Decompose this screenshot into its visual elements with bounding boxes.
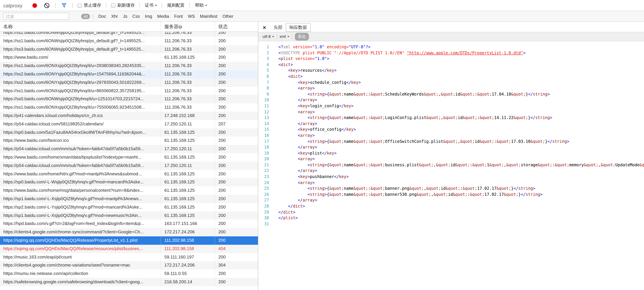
resource-type-font[interactable]: Font — [174, 14, 183, 19]
table-row[interactable]: https://sp0.baidu.com/5a1Fazu8AA54nxGko9… — [0, 128, 258, 137]
column-header-status[interactable]: 状态 — [215, 22, 258, 31]
code-line: 17 <string>{&quot;name&quot;:&quot;Offic… — [260, 139, 644, 144]
column-header-name[interactable]: 名称 — [0, 22, 161, 31]
filter-all-badge[interactable]: All — [81, 13, 90, 19]
code-line: 22 </array> — [260, 168, 644, 174]
table-row[interactable]: https://ss1.baidu.com/6ONWsjip0QIZ8tyhnq… — [0, 37, 258, 45]
code-line-content: <string>{&quot;name&quot;:&quot;banner53… — [278, 192, 542, 198]
table-row[interactable]: https://p54-caldav.icloud.com/mm/sub?tok… — [0, 162, 258, 170]
close-icon[interactable]: ✕ — [263, 25, 266, 30]
status-code: 200 — [215, 45, 258, 53]
resource-type-doc[interactable]: Doc — [98, 14, 106, 19]
rules-config-menu[interactable]: 规则配置 — [167, 2, 184, 8]
filter-button[interactable] — [61, 3, 66, 8]
code-line-content: </array> — [278, 198, 317, 204]
status-code: 200 — [215, 170, 258, 178]
request-url: https://www.baidu.com/home/xman/data/tip… — [0, 153, 161, 162]
code-line: 5 <key>resources</key> — [260, 68, 644, 74]
disable-cache-checkbox[interactable]: 禁止缓存 — [77, 2, 101, 8]
record-icon[interactable] — [32, 3, 37, 7]
table-row[interactable]: https://clients4.google.com/chrome-sync/… — [0, 228, 258, 236]
status-code: 200 — [215, 70, 258, 78]
table-row[interactable]: https://music.163.com/eapi/pl/count 59.1… — [0, 253, 258, 261]
code-line: 2<!DOCTYPE plist PUBLIC "-//Apple//DTD P… — [260, 50, 644, 56]
code-line: 18 </array> — [260, 144, 644, 150]
app-title: catproxy — [3, 2, 22, 8]
detail-panel: ✕ 头部 响应数据 utf-8 ▾ xml ▾ 美化 1<?xml versio… — [258, 22, 644, 290]
request-url: https://sp0.baidu.com/-L-Wsjip0QIZ8tyhnq… — [0, 178, 161, 187]
table-row[interactable]: https://p41-calendars.icloud.com/holiday… — [0, 112, 258, 120]
request-url: https://ss3.baidu.com/6ONWsjip0QIZ8tyhnq… — [0, 45, 161, 53]
code-line-content: <plist version="1.0"> — [278, 56, 330, 62]
resource-type-img[interactable]: Img — [145, 14, 152, 19]
code-line-content: <string>{&quot;name&quot;:&quot;Schedule… — [278, 91, 550, 97]
table-row[interactable]: https://www.baidu.com/home/xman/data/tip… — [0, 153, 258, 162]
table-row[interactable]: https://p54-caldav.icloud.com/mm/sub?tok… — [0, 145, 258, 153]
table-row[interactable]: https://ss0.baidu.com/6ONWsjip0QIZ8tyhnq… — [0, 95, 258, 103]
toolbar-separator — [190, 3, 190, 8]
line-number: 8 — [260, 85, 269, 91]
code-line: 13 <string>{&quot;name&quot;:&quot;Login… — [260, 115, 644, 121]
prohibit-icon — [44, 2, 50, 8]
table-row[interactable]: https://mumu.nie.netease.com/api/collect… — [0, 270, 258, 278]
table-row[interactable]: https://safebrowsing.google.com/safebrow… — [0, 278, 258, 286]
code-line: 4<dict> — [260, 62, 644, 68]
code-line: 3<plist version="1.0"> — [260, 56, 644, 62]
table-row[interactable]: https://ss2.baidu.com/6ONWsjip0QIZ8tyhnq… — [0, 32, 258, 37]
code-line-content: </dict> — [278, 204, 305, 209]
server-ip: 111.206.76.33 — [161, 87, 215, 95]
table-row[interactable]: https://sp1.baidu.com/-L-Xsjip0QIZ8tyhnq… — [0, 211, 258, 220]
tab-headers[interactable]: 头部 — [270, 23, 286, 32]
server-ip: 17.250.120.11 — [161, 162, 215, 170]
line-number: 12 — [260, 109, 269, 115]
line-number: 23 — [260, 174, 269, 180]
refresh-cache-checkbox[interactable]: 刷新缓存 — [111, 2, 135, 8]
certificate-menu[interactable]: 证书 ▾ — [145, 2, 157, 8]
clear-requests-button[interactable] — [44, 2, 50, 8]
table-row[interactable]: https://ss1.baidu.com/6ONXsjip0QIZ8tyhnq… — [0, 62, 258, 70]
server-ip: 111.206.76.33 — [161, 70, 215, 78]
code-line: 21 <string>{&quot;name&quot;:&quot;busin… — [260, 162, 644, 168]
table-row[interactable]: https://p54-caldav.icloud.com/581198352/… — [0, 120, 258, 128]
resource-type-other[interactable]: Other — [222, 14, 233, 19]
resource-type-ws[interactable]: WS — [188, 14, 195, 19]
table-row[interactable]: https://ss1.baidu.com/6ONXsjip0QIZ8tyhnq… — [0, 87, 258, 95]
help-menu[interactable]: 帮助 ▾ — [195, 2, 207, 8]
server-ip: 59.111.0.55 — [161, 270, 215, 278]
table-row[interactable]: https://ss2.baidu.com/6ONYsjip0QIZ8tyhnq… — [0, 70, 258, 78]
table-row[interactable]: https://sqimg.qq.com/QQHDs/MacQQ/Release… — [0, 245, 258, 253]
filter-input[interactable] — [3, 13, 69, 20]
toolbar-separator — [72, 3, 72, 8]
status-code: 200 — [215, 236, 258, 245]
beautify-button[interactable]: 美化 — [295, 33, 309, 40]
request-table-body: https://ss2.baidu.com/6ONWsjip0QIZ8tyhnq… — [0, 32, 258, 290]
line-number: 27 — [260, 198, 269, 204]
table-row[interactable]: https://sp0.baidu.com/-L-Wsjip0QIZ8tyhnq… — [0, 178, 258, 187]
table-row[interactable]: https://sqimg.qq.com/QQHDs/MacQQ/Release… — [0, 236, 258, 245]
column-header-server-ip[interactable]: 服务器ip — [161, 22, 215, 31]
table-row[interactable]: https://www.baidu.com/ 61.135.169.125 20… — [0, 53, 258, 62]
table-row[interactable]: https://www.baidu.com/favicon.ico 61.135… — [0, 137, 258, 145]
encoding-select[interactable]: utf-8 ▾ — [263, 34, 274, 39]
resource-type-js[interactable]: Js — [123, 14, 127, 19]
table-row[interactable]: https://ss3.baidu.com/6ONWsjip0QIZ8tyhnq… — [0, 45, 258, 53]
table-row[interactable]: https://www.baidu.com/home/hit/v.gif?mod… — [0, 170, 258, 178]
table-row[interactable]: https://hpd.baidu.com/v.gif?ct=2&logFrom… — [0, 220, 258, 228]
tab-response-data[interactable]: 响应数据 — [286, 23, 310, 32]
resource-type-mainifest[interactable]: Mainifest — [200, 14, 217, 19]
code-editor[interactable]: 1<?xml version="1.0" encoding="UTF-8"?>2… — [258, 41, 644, 290]
table-row[interactable]: https://clients4.google.com/chrome-varia… — [0, 261, 258, 270]
table-row[interactable]: https://sp1.baidu.com/-L-Xsjip0QIZ8tyhnq… — [0, 195, 258, 203]
resource-type-media[interactable]: Media — [157, 14, 169, 19]
table-row[interactable]: https://ss1.baidu.com/6ONXsjip0QIZ8tyhnq… — [0, 103, 258, 112]
line-number: 26 — [260, 192, 269, 198]
status-code: 200 — [215, 145, 258, 153]
table-row[interactable]: https://www.baidu.com/home/msg/data/pers… — [0, 186, 258, 195]
format-select[interactable]: xml ▾ — [280, 34, 289, 39]
resource-type-css[interactable]: Css — [132, 14, 140, 19]
table-row[interactable]: https://ss2.baidu.com/6ONYsjip0QIZ8tyhnq… — [0, 78, 258, 87]
resource-type-xhr[interactable]: Xhr — [111, 14, 118, 19]
code-line: 11 <key>login_config</key> — [260, 103, 644, 109]
code-line-content: <array> — [278, 156, 315, 162]
table-row[interactable]: https://sp2.baidu.com/-L-Ysjip0QIZ8tyhnq… — [0, 203, 258, 211]
